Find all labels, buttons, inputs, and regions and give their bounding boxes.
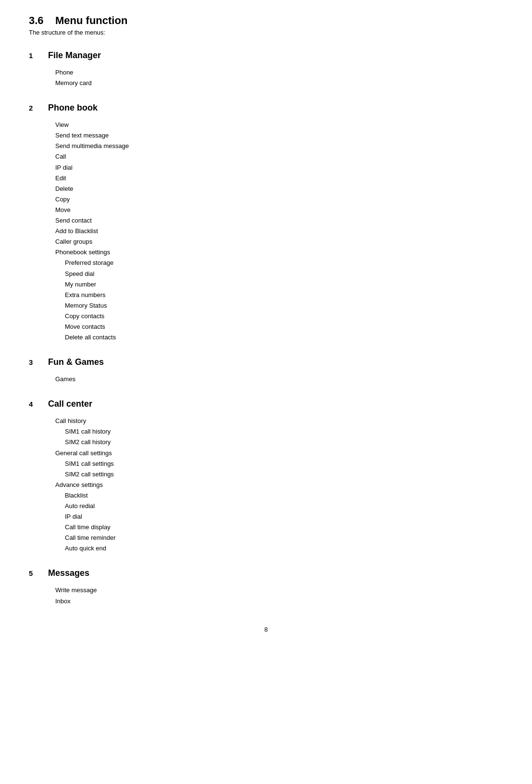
page-number: 8: [29, 626, 503, 633]
list-item: Auto quick end: [65, 543, 503, 554]
list-item: Call time reminder: [65, 533, 503, 543]
section-4: 4Call centerCall historySIM1 call histor…: [29, 399, 503, 554]
section-content-2: ViewSend text messageSend multimedia mes…: [55, 120, 503, 343]
section-title-5: Messages: [48, 568, 89, 578]
list-item: SIM1 call settings: [65, 459, 503, 469]
section-title-4: Call center: [48, 399, 92, 409]
list-item: SIM2 call settings: [65, 469, 503, 480]
list-item: Advance settings: [55, 480, 503, 490]
list-item: Call history: [55, 416, 503, 426]
section-number-1: 1: [29, 51, 48, 60]
section-5: 5MessagesWrite messageInbox: [29, 568, 503, 606]
list-item: Send text message: [55, 130, 503, 141]
list-item: Delete all contacts: [65, 332, 503, 343]
list-item: Call: [55, 151, 503, 162]
list-item: SIM2 call history: [65, 437, 503, 448]
section-content-3: Games: [55, 374, 503, 385]
section-content-4: Call historySIM1 call historySIM2 call h…: [55, 416, 503, 554]
list-item: Preferred storage: [65, 258, 503, 268]
list-item: Speed dial: [65, 269, 503, 279]
chapter-subtitle: The structure of the menus:: [29, 29, 503, 36]
list-item: Write message: [55, 585, 503, 596]
list-item: Games: [55, 374, 503, 385]
list-item: Copy: [55, 194, 503, 205]
list-item: Add to Blacklist: [55, 226, 503, 236]
chapter-header: 3.6 Menu function The structure of the m…: [29, 14, 503, 36]
list-item: Send contact: [55, 215, 503, 226]
list-item: Memory Status: [65, 300, 503, 311]
list-item: My number: [65, 279, 503, 290]
section-3: 3Fun & GamesGames: [29, 357, 503, 385]
section-header-1: 1File Manager: [29, 50, 503, 61]
list-item: SIM1 call history: [65, 426, 503, 437]
section-number-3: 3: [29, 358, 48, 366]
list-item: Inbox: [55, 596, 503, 607]
list-item: View: [55, 120, 503, 130]
list-item: Call time display: [65, 522, 503, 533]
section-2: 2Phone bookViewSend text messageSend mul…: [29, 103, 503, 343]
list-item: Caller groups: [55, 236, 503, 247]
section-title-2: Phone book: [48, 103, 98, 113]
list-item: IP dial: [65, 511, 503, 522]
section-content-1: PhoneMemory card: [55, 67, 503, 88]
list-item: Copy contacts: [65, 311, 503, 322]
list-item: IP dial: [55, 162, 503, 173]
section-number-2: 2: [29, 104, 48, 112]
list-item: Move: [55, 205, 503, 215]
list-item: Memory card: [55, 78, 503, 88]
list-item: Extra numbers: [65, 290, 503, 300]
list-item: Phonebook settings: [55, 247, 503, 258]
section-header-2: 2Phone book: [29, 103, 503, 113]
list-item: Phone: [55, 67, 503, 78]
list-item: General call settings: [55, 448, 503, 459]
section-number-4: 4: [29, 400, 48, 408]
section-number-5: 5: [29, 569, 48, 577]
list-item: Send multimedia message: [55, 141, 503, 151]
section-header-3: 3Fun & Games: [29, 357, 503, 367]
section-header-5: 5Messages: [29, 568, 503, 578]
section-title-3: Fun & Games: [48, 357, 104, 367]
sections-container: 1File ManagerPhoneMemory card2Phone book…: [29, 50, 503, 607]
section-content-5: Write messageInbox: [55, 585, 503, 606]
list-item: Edit: [55, 173, 503, 184]
chapter-title: Menu function: [55, 14, 127, 26]
section-header-4: 4Call center: [29, 399, 503, 409]
section-1: 1File ManagerPhoneMemory card: [29, 50, 503, 88]
list-item: Auto redial: [65, 501, 503, 511]
list-item: Blacklist: [65, 490, 503, 501]
list-item: Move contacts: [65, 322, 503, 332]
section-title-1: File Manager: [48, 50, 101, 61]
chapter-number: 3.6: [29, 14, 44, 26]
list-item: Delete: [55, 184, 503, 194]
